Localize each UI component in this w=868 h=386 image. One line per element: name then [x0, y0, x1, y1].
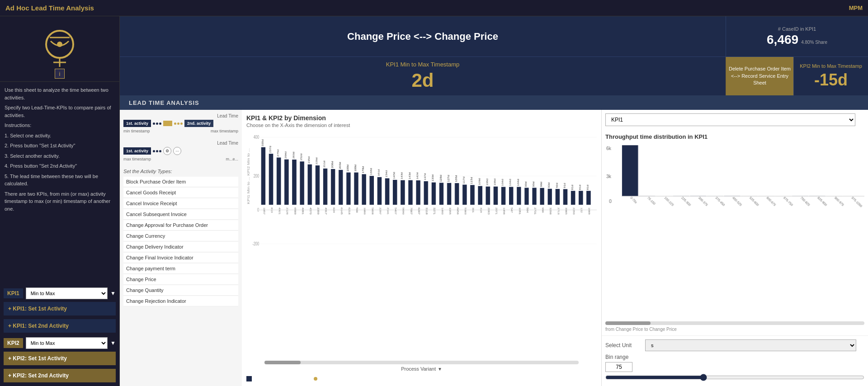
more-icon[interactable]: ···	[173, 147, 181, 155]
caseid-label: # CaseID in KPI1	[778, 26, 816, 32]
dot8	[156, 150, 158, 152]
logo-svg	[37, 28, 82, 69]
dot5	[177, 122, 179, 125]
throughput-scrollbar-thumb[interactable]	[605, 321, 651, 325]
right-kpi-chevron-icon: ▼	[859, 117, 864, 123]
dot1	[153, 122, 155, 125]
unit-dropdown[interactable]: s min h d	[645, 339, 856, 351]
scrollbar-thumb[interactable]	[264, 361, 301, 364]
max-timestamp-label2: max timestamp	[123, 157, 151, 161]
timestamp-row2: max timestamp m...e...	[123, 157, 238, 161]
description-area: Use this sheet to analyze the time betwe…	[0, 82, 119, 284]
activity-item[interactable]: Change Approval for Purchase Order	[123, 220, 238, 231]
kpi1-title-area: Change Price <--> Change Price	[120, 16, 726, 57]
header-row: Change Price <--> Change Price KPI1 Min …	[120, 16, 868, 95]
logo-area: i	[0, 16, 119, 82]
first-activity-box1: 1st. activity	[123, 120, 151, 127]
unit-chevron-icon: ▼	[860, 343, 864, 348]
header-right-portion: # CaseID in KPI1 6,469 4.80% Share Delet…	[726, 16, 868, 95]
settings-icon[interactable]: ⚙	[163, 147, 171, 155]
kpi2-set1-button[interactable]: + KPI2: Set 1st Activity	[4, 352, 116, 365]
bin-section: Select Unit s min h d ▼ Bin range	[602, 335, 868, 386]
bin-range-slider[interactable]	[605, 374, 864, 381]
kpi1-dropdown[interactable]: Min to Max Max to Min Min to Min Max to …	[26, 287, 108, 299]
right-kpi-dropdown[interactable]: KPI1 KPI2	[605, 113, 855, 126]
chart-scrollbar[interactable]	[264, 361, 579, 364]
process-variant-chevron-icon: ▼	[438, 367, 442, 372]
activity-panel: Lead Time 1st. activity	[120, 110, 242, 386]
activity-item[interactable]: Block Purchase Order Item	[123, 177, 238, 187]
kpi2-header: Delete Purchase Order Item <--> Record S…	[726, 57, 868, 95]
bin-range-label: Bin range	[605, 354, 864, 360]
activity-item[interactable]: Cancel Subsequent Invoice	[123, 209, 238, 220]
dot4	[174, 122, 176, 125]
lead-time-label: LEAD TIME ANALYSIS	[129, 99, 199, 106]
activity-item[interactable]: Cancel Goods Receipt	[123, 188, 238, 198]
desc-step3: 3. Select another activity.	[5, 152, 115, 160]
bin-range-input[interactable]	[605, 362, 632, 372]
activity-item[interactable]: Change Final Invoice Indicator	[123, 253, 238, 263]
activity-item[interactable]: Change Delivery Indicator	[123, 242, 238, 252]
min-timestamp-label2: m...e...	[226, 157, 238, 161]
throughput-chart-area	[605, 142, 864, 320]
chart-title: KPI1 & KPI2 by Dimension	[246, 114, 597, 122]
chart-area: KPI1 & KPI2 by Dimension Choose on the X…	[242, 110, 601, 386]
caseid-share: 4.80% Share	[801, 40, 827, 45]
kpi-selector-row: KPI1 KPI2 ▼	[602, 110, 868, 130]
legend-kpi1: KPI1 Min to Max Time...	[246, 376, 307, 381]
second-activity-box1: 2nd. activity	[184, 120, 213, 127]
bar-canvas	[246, 132, 597, 267]
dot3	[159, 122, 161, 125]
top-bar: Ad Hoc Lead Time Analysis MPM	[0, 0, 868, 16]
kpi1-min-label: KPI1 Min to Max Timestamp	[386, 61, 460, 68]
chart-subtitle: Choose on the X-Axis the dimension of in…	[246, 122, 597, 128]
kpi1-set1-button[interactable]: + KPI1: Set 1st Activity	[4, 302, 116, 315]
timestamp-row1: min timestamp max timestamp	[123, 129, 238, 133]
kpi1-label: KPI1	[4, 288, 23, 298]
process-variant-label: Process Variant	[401, 366, 436, 372]
content-area: Change Price <--> Change Price KPI1 Min …	[120, 16, 868, 386]
process-variant-row[interactable]: Process Variant ▼	[246, 366, 597, 372]
info-icon[interactable]: i	[55, 69, 65, 79]
min-timestamp-label: min timestamp	[123, 129, 150, 133]
activity-item[interactable]: Change Price	[123, 274, 238, 285]
lead-time-visual-row1: 1st. activity 2nd. activity	[123, 120, 238, 127]
kpi2-min-label: KPI2 Min to Max Timestamp	[798, 63, 864, 69]
kpi2-set2-button[interactable]: + KPI2: Set 2nd Activity	[4, 369, 116, 382]
left-panel: i Use this sheet to analyze the time bet…	[0, 16, 120, 386]
first-activity-box2: 1st. activity	[123, 147, 151, 155]
activity-item[interactable]: Change Currency	[123, 231, 238, 241]
kpi1-set2-button[interactable]: + KPI1: Set 2nd Activity	[4, 319, 116, 333]
main-content: Lead Time 1st. activity	[120, 110, 868, 386]
logo-graphic	[33, 24, 87, 74]
right-panel: KPI1 KPI2 ▼ Throughput time distribution…	[601, 110, 868, 386]
activity-item[interactable]: Change payment term	[123, 264, 238, 274]
dot2	[156, 122, 158, 125]
activity-item[interactable]: Change Rejection Indicator	[123, 296, 238, 306]
caseid-value: 6,469	[767, 33, 798, 47]
kpi1-min-value: 2d	[411, 70, 434, 91]
activity-item[interactable]: Change Quantity	[123, 285, 238, 296]
desc-step4: 4. Press button "Set 2nd Activity"	[5, 162, 115, 170]
lead-time-visual-label2: Lead Time	[123, 141, 238, 146]
desc-specify: Specify two Lead-Time-KPIs to compare pa…	[5, 104, 115, 119]
desc-step2: 2. Press button "Set 1st Activity"	[5, 142, 115, 150]
lead-time-visual-1: Lead Time 1st. activity	[123, 113, 238, 137]
activity-list: Block Purchase Order ItemCancel Goods Re…	[123, 177, 238, 306]
kpi-controls: KPI1 Min to Max Max to Min Min to Min Ma…	[0, 284, 119, 386]
kpi2-chevron-icon: ▼	[110, 340, 116, 346]
lead-time-visual-label: Lead Time	[123, 113, 238, 118]
kpi1-header: Change Price <--> Change Price KPI1 Min …	[120, 16, 726, 95]
kpi1-bar-visual	[163, 121, 172, 126]
lead-time-visual-2: Lead Time 1st. activity ⚙ ···	[123, 141, 238, 165]
dots-row1	[153, 122, 161, 125]
desc-instructions-title: Instructions:	[5, 122, 115, 129]
select-unit-row: Select Unit s min h d ▼	[605, 339, 864, 351]
desc-intro: Use this sheet to analyze the time betwe…	[5, 86, 115, 101]
legend-kpi2: KPI2 Min to Max Time...	[314, 376, 372, 381]
lead-time-visual-row2: 1st. activity ⚙ ···	[123, 147, 238, 155]
activity-item[interactable]: Cancel Invoice Receipt	[123, 198, 238, 209]
kpi2-dropdown[interactable]: Min to Max Max to Min Min to Min Max to …	[26, 337, 108, 349]
throughput-scrollbar[interactable]	[605, 321, 864, 325]
legend-kpi1-label: KPI1 Min to Max Time...	[254, 376, 307, 381]
